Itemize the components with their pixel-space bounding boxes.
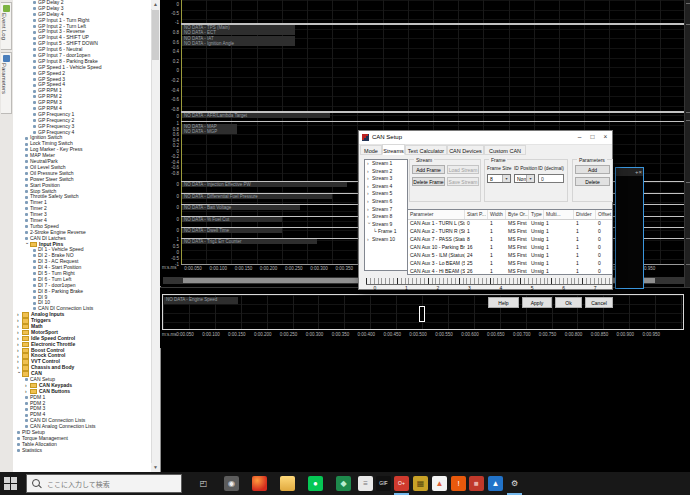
ok-button[interactable]: Ok bbox=[555, 297, 582, 308]
table-row[interactable]: CAN Aux 7 - PASS (Status)81MS FirstUnsig… bbox=[408, 235, 612, 243]
table-row[interactable]: CAN Aux 10 - Parking Bra...161MS FirstUn… bbox=[408, 243, 612, 251]
stream-item-stream-9[interactable]: ›Stream 9 bbox=[365, 221, 407, 229]
x-axis-tick: 0:00.350 bbox=[332, 332, 350, 337]
add-frame-button[interactable]: Add Frame bbox=[412, 165, 445, 174]
stream-item-stream-4[interactable]: ›Stream 4 bbox=[365, 183, 407, 191]
delete-parameter-button[interactable]: Delete bbox=[575, 177, 610, 186]
close-icon[interactable]: × bbox=[638, 169, 642, 175]
parameter-icon bbox=[33, 37, 36, 40]
search-input[interactable] bbox=[45, 475, 179, 494]
stream-label: Stream 2 bbox=[372, 168, 392, 174]
stream-item-stream-6[interactable]: ›Stream 6 bbox=[365, 198, 407, 206]
parameter-table[interactable]: ParameterStart P...WidthByte Or...TypeMu… bbox=[407, 209, 613, 275]
vertical-scrollbar[interactable] bbox=[684, 0, 690, 290]
add-parameter-button[interactable]: Add bbox=[575, 165, 610, 174]
start-button[interactable] bbox=[4, 477, 17, 490]
tab-text-calculator[interactable]: Text Calculator bbox=[405, 145, 447, 155]
scroll-down-icon[interactable]: ▼ bbox=[151, 463, 160, 472]
notebook-icon[interactable]: ≡ bbox=[358, 476, 373, 491]
red-book-icon[interactable]: ■ bbox=[469, 476, 484, 491]
stream-item-stream-8[interactable]: ›Stream 8 bbox=[365, 213, 407, 221]
app-green-icon[interactable]: ◆ bbox=[336, 476, 351, 491]
scroll-up-icon[interactable]: ▲ bbox=[151, 0, 160, 9]
chevron-down-icon[interactable]: › bbox=[366, 222, 374, 227]
table-row[interactable]: CAN Aux 2 - TURN R (Stat...11MS FirstUns… bbox=[408, 227, 612, 235]
stream-item-stream-2[interactable]: ›Stream 2 bbox=[365, 168, 407, 176]
tab-mode[interactable]: Mode bbox=[360, 145, 382, 155]
stream-item-stream-10[interactable]: ›Stream 10 bbox=[365, 236, 407, 244]
dialog-titlebar[interactable]: CAN Setup – □ × bbox=[359, 131, 612, 145]
stream-item-stream-7[interactable]: ›Stream 7 bbox=[365, 206, 407, 214]
gif-app-icon[interactable]: GIF bbox=[376, 476, 391, 491]
table-cell: 0 bbox=[465, 219, 488, 227]
side-tab-parameters[interactable]: Parameters bbox=[1, 52, 12, 114]
yellow-app-icon[interactable]: ▦ bbox=[413, 476, 428, 491]
table-row[interactable]: CAN Aux 5 - ILM (Status)241MS FirstUnsig… bbox=[408, 251, 612, 259]
maximize-icon[interactable]: □ bbox=[586, 131, 599, 143]
delete-frame-button[interactable]: Delete Frame bbox=[412, 177, 445, 186]
photos-icon[interactable]: ▲ bbox=[432, 476, 447, 491]
folder-icon bbox=[22, 353, 29, 359]
chevron-down-icon[interactable]: › bbox=[25, 242, 31, 247]
table-row[interactable]: CAN Aux 1 - TURN L (Stat...01MS FirstUns… bbox=[408, 219, 612, 227]
search-box[interactable] bbox=[26, 474, 182, 493]
table-row[interactable]: CAN Aux 3 - Lo BEAM (Sta...251MS FirstUn… bbox=[408, 259, 612, 267]
tab-custom-can-file[interactable]: Custom CAN File bbox=[484, 145, 526, 155]
table-cell: 1 bbox=[465, 227, 488, 235]
byte-number: 6 bbox=[562, 285, 565, 291]
no-data-label: NO DATA - AFR/Lambda Target bbox=[182, 113, 330, 118]
stream-item-stream-5[interactable]: ›Stream 5 bbox=[365, 190, 407, 198]
column-header: Divider bbox=[574, 210, 596, 219]
cancel-button[interactable]: Cancel bbox=[585, 297, 613, 308]
x-axis-tick: 0:00.850 bbox=[591, 332, 609, 337]
blue-chart-icon[interactable]: ▲ bbox=[488, 476, 503, 491]
id-position-select[interactable]: None▾ bbox=[514, 174, 535, 183]
task-view-icon[interactable]: ◰ bbox=[196, 476, 211, 491]
stream-tree[interactable]: ›Stream 1›Stream 2›Stream 3›Stream 4›Str… bbox=[364, 159, 408, 271]
parameter-icon bbox=[25, 178, 28, 181]
id-decimal-input[interactable] bbox=[538, 174, 564, 183]
folder-icon bbox=[30, 383, 37, 389]
side-tab-event-log[interactable]: Event Log bbox=[1, 2, 12, 50]
time-cursor[interactable] bbox=[419, 306, 425, 322]
table-cell: MS First bbox=[506, 259, 529, 267]
chevron-down-icon[interactable]: › bbox=[17, 372, 23, 377]
minimize-icon[interactable]: – bbox=[573, 131, 586, 143]
parameter-icon bbox=[25, 184, 28, 187]
table-cell: Unsign... bbox=[529, 267, 544, 275]
stream-item-stream-3[interactable]: ›Stream 3 bbox=[365, 175, 407, 183]
y-axis-tick: 0 bbox=[161, 2, 179, 7]
table-row[interactable]: CAN Aux 4 - Hi BEAM (Sta...261MS FirstUn… bbox=[408, 267, 612, 275]
tree-item-statistics[interactable]: Statistics bbox=[13, 448, 152, 454]
x-axis-tick: 0:00.150 bbox=[235, 266, 253, 271]
line-icon[interactable]: ● bbox=[308, 476, 323, 491]
orange-alert-icon[interactable]: ! bbox=[451, 476, 466, 491]
browser-flame-icon[interactable] bbox=[252, 476, 267, 491]
frame-size-select[interactable]: 8▾ bbox=[487, 174, 511, 183]
tab-streams[interactable]: Streams bbox=[382, 144, 405, 155]
close-icon[interactable]: × bbox=[599, 131, 612, 143]
x-axis-tick: 0:00.200 bbox=[254, 332, 272, 337]
tab-can-devices[interactable]: CAN Devices bbox=[447, 145, 484, 155]
stream-item-stream-1[interactable]: ›Stream 1 bbox=[365, 160, 407, 168]
parameter-icon bbox=[25, 378, 28, 381]
settings-gear-icon[interactable]: ⚙ bbox=[507, 476, 522, 491]
y-axis-tick: 0 bbox=[161, 148, 179, 153]
y-axis-tick: 0 bbox=[161, 216, 179, 221]
y-axis-tick: 0.6 bbox=[161, 39, 179, 44]
table-cell: 1 bbox=[544, 235, 574, 243]
sidebar-scrollbar[interactable]: ▲ ▼ bbox=[151, 0, 160, 472]
scrollbar-thumb[interactable] bbox=[152, 10, 159, 60]
table-cell: 1 bbox=[574, 259, 596, 267]
folder-icon bbox=[22, 365, 29, 371]
file-explorer-icon[interactable] bbox=[280, 476, 295, 491]
apply-button[interactable]: Apply bbox=[522, 297, 552, 308]
table-cell: 0 bbox=[596, 267, 613, 275]
parameter-icon bbox=[33, 260, 36, 263]
parameter-icon bbox=[25, 190, 28, 193]
help-button[interactable]: Help bbox=[488, 297, 519, 308]
frame-item[interactable]: └ Frame 1 bbox=[365, 228, 407, 236]
no-data-label: NO DATA - Injection Effective PW bbox=[182, 182, 347, 187]
red-o-plus-icon[interactable]: O+ bbox=[394, 476, 409, 491]
camera-icon[interactable]: ◉ bbox=[224, 476, 239, 491]
